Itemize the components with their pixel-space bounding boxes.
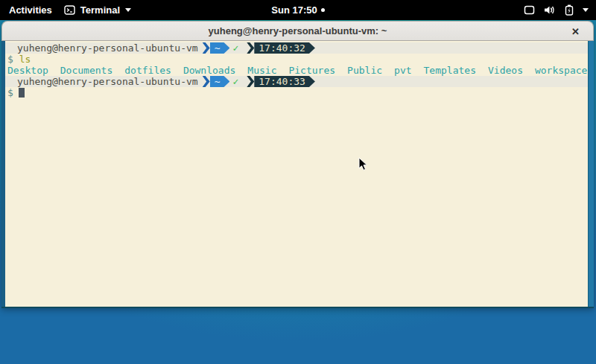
system-status-area[interactable] [524,0,589,20]
command-line: $ ls [5,54,594,65]
prompt-line-1: yuheng@henry-personal-ubuntu-vm ~ ✓ 17:4… [5,42,594,54]
notification-dot-icon [321,8,325,12]
prompt-symbol: $ [7,54,13,65]
clock-button[interactable]: Sun 17:50 [271,4,317,16]
volume-icon [544,5,556,15]
screen-icon [524,5,535,15]
terminal-app-icon [64,5,75,15]
dir-entry: Downloads [183,65,235,76]
prompt-line-2: yuheng@henry-personal-ubuntu-vm ~ ✓ 17:4… [5,76,594,87]
dir-entry: Templates [424,65,476,76]
prompt-cwd-segment: ~ [210,42,230,54]
dir-entry: pvt [394,65,411,76]
prompt-cwd-segment: ~ [210,76,230,87]
status-check-icon: ✓ [232,76,238,87]
window-bottom-border [1,307,594,308]
prompt-time-segment: 17:40:33 [254,76,315,87]
dir-entry: dotfiles [124,65,171,76]
window-titlebar[interactable]: yuheng@henry-personal-ubuntu-vm: ~ ✕ [1,21,594,41]
text-cursor [19,88,25,98]
typed-command: ls [19,54,31,65]
prompt-symbol: $ [7,87,13,98]
prompt-time-segment: 17:40:32 [254,42,315,54]
dir-entry: workspace [535,65,587,76]
battery-charging-icon [565,4,574,16]
dir-entry: Pictures [288,65,335,76]
topbar-left-group: Activities Terminal [9,4,131,16]
powerline-chevron-icon [203,42,210,54]
mouse-pointer [358,157,368,174]
terminal-content[interactable]: yuheng@henry-personal-ubuntu-vm ~ ✓ 17:4… [1,41,594,307]
prompt-user-host: yuheng@henry-personal-ubuntu-vm [7,42,198,54]
app-menu-button[interactable]: Terminal [64,4,131,16]
current-input-line[interactable]: $ [5,87,594,98]
ls-output-line: DesktopDocumentsdotfilesDownloadsMusicPi… [5,65,594,76]
dir-entry: Desktop [7,65,48,76]
dir-entry: Documents [60,65,112,76]
dir-entry: Public [347,65,382,76]
window-title: yuheng@henry-personal-ubuntu-vm: ~ [209,25,387,36]
powerline-chevron-icon [247,76,254,87]
chevron-down-icon [125,8,131,12]
activities-button[interactable]: Activities [9,4,52,16]
top-bar: Activities Terminal Sun 17:50 [0,0,596,20]
prompt-user-host: yuheng@henry-personal-ubuntu-vm [7,76,198,87]
terminal-window: yuheng@henry-personal-ubuntu-vm: ~ ✕ yuh… [1,21,594,307]
terminal-scrollbar[interactable] [588,41,594,307]
close-button[interactable]: ✕ [568,25,583,39]
powerline-chevron-icon [247,42,254,54]
app-menu-label: Terminal [80,4,120,16]
status-check-icon: ✓ [232,42,238,54]
powerline-chevron-icon [203,76,210,87]
dir-entry: Videos [488,65,523,76]
chevron-down-icon [583,8,589,12]
dir-entry: Music [247,65,276,76]
